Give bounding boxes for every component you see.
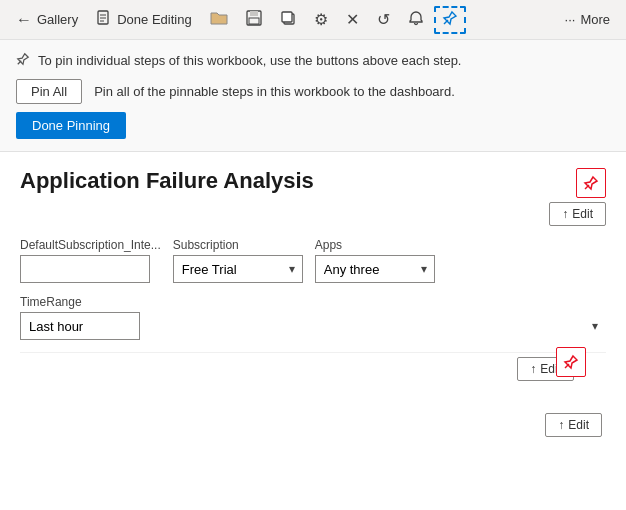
edit-arrow-icon-3: ↑ [558, 418, 564, 432]
pin-step-button-2[interactable] [556, 347, 586, 377]
save-icon [246, 10, 262, 30]
svg-rect-5 [250, 11, 258, 16]
done-editing-button[interactable]: Done Editing [88, 6, 199, 34]
close-icon: ✕ [346, 10, 359, 29]
params-section: DefaultSubscription_Inte... Subscription… [20, 238, 606, 340]
more-label: More [580, 12, 610, 27]
pin-banner: To pin individual steps of this workbook… [0, 40, 626, 152]
svg-rect-8 [282, 12, 292, 22]
close-button[interactable]: ✕ [338, 6, 367, 33]
copy-icon [280, 10, 296, 30]
apps-select-wrapper: Any three [315, 255, 435, 283]
timerange-select-wrapper: Last hour [20, 312, 606, 340]
more-button[interactable]: ··· More [557, 8, 618, 31]
pin-step-button-1[interactable] [576, 168, 606, 198]
pin-all-button[interactable]: Pin All [16, 79, 82, 104]
edit-arrow-icon: ↑ [562, 207, 568, 221]
timerange-select[interactable]: Last hour [20, 312, 140, 340]
pin-active-icon [442, 10, 458, 30]
param-subscription-label: Subscription [173, 238, 303, 252]
pin-banner-actions: Pin All Pin all of the pinnable steps in… [16, 79, 610, 104]
section-edit-row-2: ↑ Edit [20, 357, 606, 381]
done-editing-label: Done Editing [117, 12, 191, 27]
pin-active-button[interactable] [434, 6, 466, 34]
toolbar: ← Gallery Done Editing [0, 0, 626, 40]
save-button[interactable] [238, 6, 270, 34]
done-pinning-button[interactable]: Done Pinning [16, 112, 126, 139]
pin-instruction-icon [16, 52, 30, 69]
pin-instruction-text: To pin individual steps of this workbook… [38, 53, 461, 68]
page-icon [96, 10, 112, 30]
param-subscription-inte-label: DefaultSubscription_Inte... [20, 238, 161, 252]
edit-arrow-icon-2: ↑ [530, 362, 536, 376]
back-icon: ← [16, 11, 32, 29]
settings-button[interactable]: ⚙ [306, 6, 336, 33]
param-timerange-label: TimeRange [20, 295, 606, 309]
bell-button[interactable] [400, 6, 432, 34]
edit-row-1: ↑ Edit [20, 202, 606, 226]
gallery-label: Gallery [37, 12, 78, 27]
workbook-section: Application Failure Analysis ↑ Edit Defa… [20, 168, 606, 340]
pin-banner-instruction: To pin individual steps of this workbook… [16, 52, 610, 69]
gear-icon: ⚙ [314, 10, 328, 29]
param-subscription-inte: DefaultSubscription_Inte... [20, 238, 161, 283]
main-content: Application Failure Analysis ↑ Edit Defa… [0, 152, 626, 457]
folder-button[interactable] [202, 6, 236, 34]
gallery-button[interactable]: ← Gallery [8, 7, 86, 33]
subscription-select[interactable]: Free Trial [173, 255, 303, 283]
param-subscription: Subscription Free Trial [173, 238, 303, 283]
param-apps-label: Apps [315, 238, 435, 252]
refresh-icon: ↺ [377, 10, 390, 29]
section-2: ↑ Edit ↑ Edit [20, 352, 606, 437]
edit-button-1[interactable]: ↑ Edit [549, 202, 606, 226]
edit-label-1: Edit [572, 207, 593, 221]
copy-button[interactable] [272, 6, 304, 34]
workbook-title: Application Failure Analysis [20, 168, 606, 194]
param-apps: Apps Any three [315, 238, 435, 283]
subscription-inte-input[interactable] [20, 255, 150, 283]
param-timerange: TimeRange Last hour [20, 295, 606, 340]
refresh-button[interactable]: ↺ [369, 6, 398, 33]
edit-label-3: Edit [568, 418, 589, 432]
section-edit-row-3: ↑ Edit [20, 413, 606, 437]
bell-icon [408, 10, 424, 30]
folder-icon [210, 10, 228, 30]
pin-all-description: Pin all of the pinnable steps in this wo… [94, 84, 455, 99]
subscription-select-wrapper: Free Trial [173, 255, 303, 283]
edit-button-3[interactable]: ↑ Edit [545, 413, 602, 437]
svg-rect-6 [249, 18, 259, 24]
more-dots: ··· [565, 12, 576, 27]
apps-select[interactable]: Any three [315, 255, 435, 283]
